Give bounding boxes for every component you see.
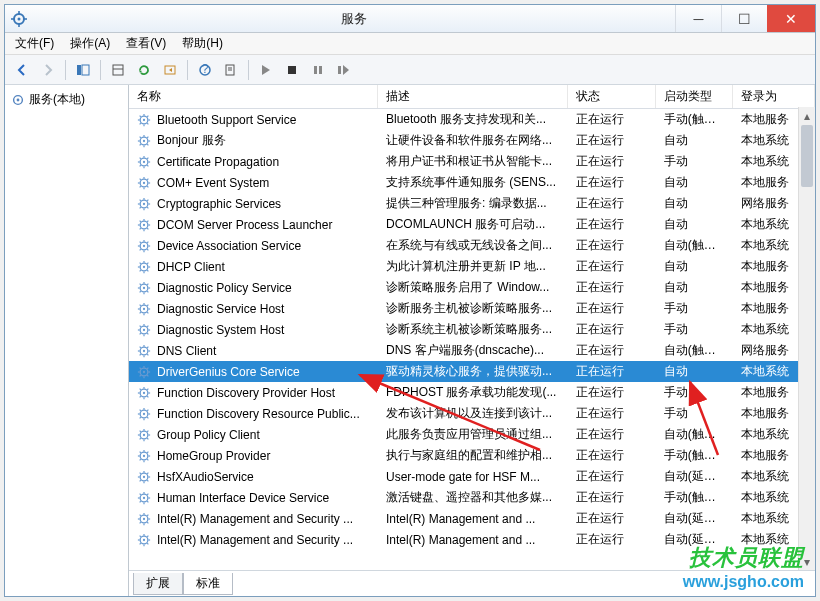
export-button[interactable] <box>158 58 182 82</box>
service-desc: 诊断服务主机被诊断策略服务... <box>378 298 568 319</box>
svg-line-150 <box>147 367 148 368</box>
svg-point-63 <box>143 202 145 204</box>
separator <box>65 60 66 80</box>
service-row[interactable]: Intel(R) Management and Security ...Inte… <box>129 508 815 529</box>
service-name: Function Discovery Provider Host <box>157 386 335 400</box>
minimize-button[interactable]: ─ <box>675 5 721 32</box>
services-grid[interactable]: 名称 描述 状态 启动类型 登录为 Bluetooth Support Serv… <box>129 85 815 570</box>
service-row[interactable]: Function Discovery Resource Public...发布该… <box>129 403 815 424</box>
forward-button[interactable] <box>36 58 60 82</box>
separator <box>100 60 101 80</box>
pause-service-button[interactable] <box>306 58 330 82</box>
scroll-thumb[interactable] <box>801 125 813 187</box>
service-startup: 手动 <box>656 403 733 424</box>
service-row[interactable]: Group Policy Client此服务负责应用管理员通过组...正在运行自… <box>129 424 815 445</box>
svg-line-230 <box>147 535 148 536</box>
service-row[interactable]: Bonjour 服务让硬件设备和软件服务在网络...正在运行自动本地系统 <box>129 130 815 151</box>
back-button[interactable] <box>10 58 34 82</box>
service-status: 正在运行 <box>568 193 656 214</box>
svg-line-191 <box>140 459 141 460</box>
maximize-button[interactable]: ☐ <box>721 5 767 32</box>
svg-point-33 <box>143 139 145 141</box>
gear-icon <box>137 491 151 505</box>
menu-view[interactable]: 查看(V) <box>118 33 174 54</box>
tab-extended[interactable]: 扩展 <box>133 573 183 595</box>
service-row[interactable]: DNS ClientDNS 客户端服务(dnscache)...正在运行自动(触… <box>129 340 815 361</box>
export-list-button[interactable] <box>106 58 130 82</box>
service-row[interactable]: Cryptographic Services提供三种管理服务: 编录数据...正… <box>129 193 815 214</box>
service-name: DNS Client <box>157 344 216 358</box>
svg-line-60 <box>147 178 148 179</box>
service-row[interactable]: HomeGroup Provider执行与家庭组的配置和维护相...正在运行手动… <box>129 445 815 466</box>
svg-line-108 <box>140 283 141 284</box>
svg-point-153 <box>143 391 145 393</box>
vertical-scrollbar[interactable]: ▴ ▾ <box>798 107 815 570</box>
service-startup: 自动 <box>656 172 733 193</box>
service-row[interactable]: DCOM Server Process LauncherDCOMLAUNCH 服… <box>129 214 815 235</box>
menu-file[interactable]: 文件(F) <box>7 33 62 54</box>
service-row[interactable]: Diagnostic Policy Service诊断策略服务启用了 Windo… <box>129 277 815 298</box>
service-status: 正在运行 <box>568 382 656 403</box>
stop-service-button[interactable] <box>280 58 304 82</box>
scroll-up-button[interactable]: ▴ <box>799 107 815 124</box>
service-row[interactable]: Diagnostic System Host诊断系统主机被诊断策略服务...正在… <box>129 319 815 340</box>
svg-line-139 <box>147 354 148 355</box>
tree-root-node[interactable]: 服务(本地) <box>7 89 126 110</box>
service-startup: 自动(延迟... <box>656 508 733 529</box>
service-row[interactable]: HsfXAudioServiceUser-mode gate for HSF M… <box>129 466 815 487</box>
menu-help[interactable]: 帮助(H) <box>174 33 231 54</box>
service-status: 正在运行 <box>568 214 656 235</box>
col-status[interactable]: 状态 <box>568 85 656 109</box>
scroll-down-button[interactable]: ▾ <box>799 553 815 570</box>
service-row[interactable]: Diagnostic Service Host诊断服务主机被诊断策略服务...正… <box>129 298 815 319</box>
col-startup[interactable]: 启动类型 <box>656 85 733 109</box>
svg-line-229 <box>147 543 148 544</box>
gear-icon <box>137 365 151 379</box>
gear-icon <box>137 302 151 316</box>
svg-point-53 <box>143 181 145 183</box>
tab-standard[interactable]: 标准 <box>183 573 233 595</box>
titlebar[interactable]: 服务 ─ ☐ ✕ <box>5 5 815 33</box>
svg-point-123 <box>143 328 145 330</box>
close-button[interactable]: ✕ <box>767 5 815 32</box>
svg-point-21 <box>17 98 20 101</box>
console-tree[interactable]: 服务(本地) <box>5 85 129 596</box>
refresh-button[interactable] <box>132 58 156 82</box>
show-hide-tree-button[interactable] <box>71 58 95 82</box>
service-row[interactable]: DriverGenius Core Service驱动精灵核心服务，提供驱动..… <box>129 361 815 382</box>
start-service-button[interactable] <box>254 58 278 82</box>
service-row[interactable]: Bluetooth Support ServiceBluetooth 服务支持发… <box>129 109 815 131</box>
svg-point-173 <box>143 433 145 435</box>
properties-button[interactable] <box>219 58 243 82</box>
scroll-track[interactable] <box>801 125 813 552</box>
service-name: DCOM Server Process Launcher <box>157 218 332 232</box>
service-row[interactable]: Device Association Service在系统与有线或无线设备之间.… <box>129 235 815 256</box>
view-tabs: 扩展 标准 <box>129 570 815 596</box>
svg-line-160 <box>147 388 148 389</box>
svg-line-198 <box>140 472 141 473</box>
col-logon[interactable]: 登录为 <box>733 85 815 109</box>
service-row[interactable]: Intel(R) Management and Security ...Inte… <box>129 529 815 550</box>
service-desc: Intel(R) Management and ... <box>378 508 568 529</box>
menu-action[interactable]: 操作(A) <box>62 33 118 54</box>
gear-icon <box>137 449 151 463</box>
service-name: Human Interface Device Service <box>157 491 329 505</box>
svg-line-170 <box>147 409 148 410</box>
service-row[interactable]: COM+ Event System支持系统事件通知服务 (SENS...正在运行… <box>129 172 815 193</box>
service-row[interactable]: Human Interface Device Service激活键盘、遥控器和其… <box>129 487 815 508</box>
service-row[interactable]: DHCP Client为此计算机注册并更新 IP 地...正在运行自动本地服务 <box>129 256 815 277</box>
service-desc: 在系统与有线或无线设备之间... <box>378 235 568 256</box>
restart-service-button[interactable] <box>332 58 356 82</box>
svg-line-151 <box>140 375 141 376</box>
service-row[interactable]: Certificate Propagation将用户证书和根证书从智能卡...正… <box>129 151 815 172</box>
svg-point-143 <box>143 370 145 372</box>
col-desc[interactable]: 描述 <box>378 85 568 109</box>
svg-point-133 <box>143 349 145 351</box>
help-button[interactable]: ? <box>193 58 217 82</box>
svg-point-83 <box>143 244 145 246</box>
svg-line-111 <box>140 291 141 292</box>
col-name[interactable]: 名称 <box>129 85 378 109</box>
service-row[interactable]: Function Discovery Provider HostFDPHOST … <box>129 382 815 403</box>
service-desc: 支持系统事件通知服务 (SENS... <box>378 172 568 193</box>
service-startup: 手动 <box>656 298 733 319</box>
